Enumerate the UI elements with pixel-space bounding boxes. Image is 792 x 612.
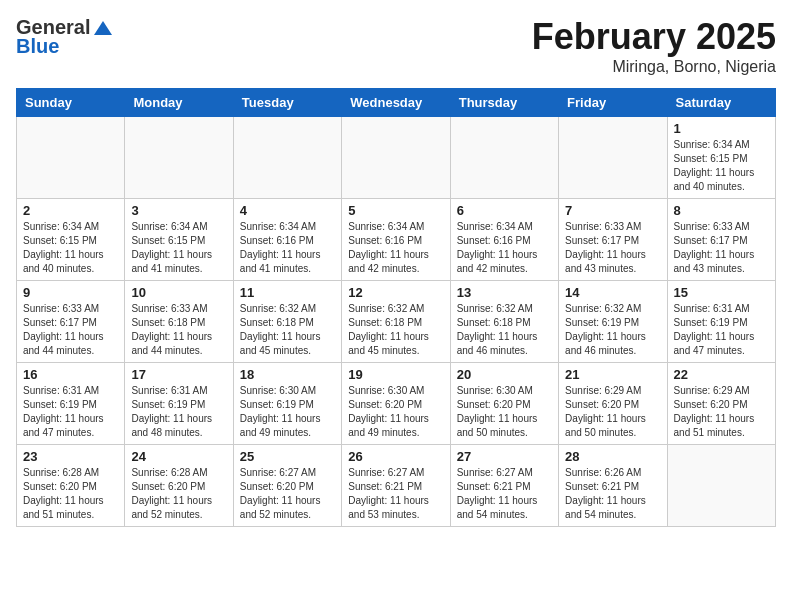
calendar-cell: 17Sunrise: 6:31 AM Sunset: 6:19 PM Dayli… (125, 363, 233, 445)
day-info: Sunrise: 6:31 AM Sunset: 6:19 PM Dayligh… (674, 302, 769, 358)
day-info: Sunrise: 6:30 AM Sunset: 6:20 PM Dayligh… (348, 384, 443, 440)
day-info: Sunrise: 6:27 AM Sunset: 6:21 PM Dayligh… (457, 466, 552, 522)
calendar-cell: 27Sunrise: 6:27 AM Sunset: 6:21 PM Dayli… (450, 445, 558, 527)
day-info: Sunrise: 6:31 AM Sunset: 6:19 PM Dayligh… (131, 384, 226, 440)
day-info: Sunrise: 6:29 AM Sunset: 6:20 PM Dayligh… (565, 384, 660, 440)
calendar-week-4: 16Sunrise: 6:31 AM Sunset: 6:19 PM Dayli… (17, 363, 776, 445)
day-info: Sunrise: 6:33 AM Sunset: 6:17 PM Dayligh… (23, 302, 118, 358)
calendar-cell: 6Sunrise: 6:34 AM Sunset: 6:16 PM Daylig… (450, 199, 558, 281)
day-info: Sunrise: 6:27 AM Sunset: 6:21 PM Dayligh… (348, 466, 443, 522)
page-header: General Blue February 2025 Miringa, Born… (16, 16, 776, 76)
day-number: 20 (457, 367, 552, 382)
calendar-cell: 20Sunrise: 6:30 AM Sunset: 6:20 PM Dayli… (450, 363, 558, 445)
day-number: 6 (457, 203, 552, 218)
day-number: 25 (240, 449, 335, 464)
day-number: 4 (240, 203, 335, 218)
day-number: 23 (23, 449, 118, 464)
calendar-cell: 14Sunrise: 6:32 AM Sunset: 6:19 PM Dayli… (559, 281, 667, 363)
calendar-cell: 10Sunrise: 6:33 AM Sunset: 6:18 PM Dayli… (125, 281, 233, 363)
calendar-cell: 5Sunrise: 6:34 AM Sunset: 6:16 PM Daylig… (342, 199, 450, 281)
weekday-header-sunday: Sunday (17, 89, 125, 117)
calendar-week-5: 23Sunrise: 6:28 AM Sunset: 6:20 PM Dayli… (17, 445, 776, 527)
month-title: February 2025 (532, 16, 776, 58)
calendar-cell: 8Sunrise: 6:33 AM Sunset: 6:17 PM Daylig… (667, 199, 775, 281)
day-number: 12 (348, 285, 443, 300)
calendar-week-3: 9Sunrise: 6:33 AM Sunset: 6:17 PM Daylig… (17, 281, 776, 363)
day-info: Sunrise: 6:34 AM Sunset: 6:15 PM Dayligh… (131, 220, 226, 276)
logo: General Blue (16, 16, 114, 58)
weekday-header-wednesday: Wednesday (342, 89, 450, 117)
day-info: Sunrise: 6:32 AM Sunset: 6:18 PM Dayligh… (240, 302, 335, 358)
day-number: 24 (131, 449, 226, 464)
day-info: Sunrise: 6:28 AM Sunset: 6:20 PM Dayligh… (131, 466, 226, 522)
calendar-cell: 16Sunrise: 6:31 AM Sunset: 6:19 PM Dayli… (17, 363, 125, 445)
calendar-table: SundayMondayTuesdayWednesdayThursdayFrid… (16, 88, 776, 527)
day-info: Sunrise: 6:28 AM Sunset: 6:20 PM Dayligh… (23, 466, 118, 522)
calendar-cell (342, 117, 450, 199)
calendar-cell: 22Sunrise: 6:29 AM Sunset: 6:20 PM Dayli… (667, 363, 775, 445)
calendar-cell: 7Sunrise: 6:33 AM Sunset: 6:17 PM Daylig… (559, 199, 667, 281)
calendar-cell: 19Sunrise: 6:30 AM Sunset: 6:20 PM Dayli… (342, 363, 450, 445)
calendar-cell: 4Sunrise: 6:34 AM Sunset: 6:16 PM Daylig… (233, 199, 341, 281)
calendar-cell: 26Sunrise: 6:27 AM Sunset: 6:21 PM Dayli… (342, 445, 450, 527)
day-number: 19 (348, 367, 443, 382)
day-info: Sunrise: 6:30 AM Sunset: 6:20 PM Dayligh… (457, 384, 552, 440)
day-number: 9 (23, 285, 118, 300)
calendar-cell (559, 117, 667, 199)
day-info: Sunrise: 6:34 AM Sunset: 6:15 PM Dayligh… (23, 220, 118, 276)
day-number: 14 (565, 285, 660, 300)
day-info: Sunrise: 6:34 AM Sunset: 6:16 PM Dayligh… (240, 220, 335, 276)
weekday-header-row: SundayMondayTuesdayWednesdayThursdayFrid… (17, 89, 776, 117)
day-info: Sunrise: 6:32 AM Sunset: 6:18 PM Dayligh… (457, 302, 552, 358)
calendar-cell: 12Sunrise: 6:32 AM Sunset: 6:18 PM Dayli… (342, 281, 450, 363)
day-number: 1 (674, 121, 769, 136)
calendar-cell (233, 117, 341, 199)
day-number: 26 (348, 449, 443, 464)
day-info: Sunrise: 6:27 AM Sunset: 6:20 PM Dayligh… (240, 466, 335, 522)
day-number: 7 (565, 203, 660, 218)
calendar-cell: 1Sunrise: 6:34 AM Sunset: 6:15 PM Daylig… (667, 117, 775, 199)
day-info: Sunrise: 6:33 AM Sunset: 6:17 PM Dayligh… (565, 220, 660, 276)
day-number: 3 (131, 203, 226, 218)
day-info: Sunrise: 6:29 AM Sunset: 6:20 PM Dayligh… (674, 384, 769, 440)
day-number: 2 (23, 203, 118, 218)
weekday-header-monday: Monday (125, 89, 233, 117)
calendar-cell (667, 445, 775, 527)
calendar-cell (125, 117, 233, 199)
calendar-cell: 28Sunrise: 6:26 AM Sunset: 6:21 PM Dayli… (559, 445, 667, 527)
day-number: 10 (131, 285, 226, 300)
title-block: February 2025 Miringa, Borno, Nigeria (532, 16, 776, 76)
calendar-cell: 13Sunrise: 6:32 AM Sunset: 6:18 PM Dayli… (450, 281, 558, 363)
calendar-cell: 24Sunrise: 6:28 AM Sunset: 6:20 PM Dayli… (125, 445, 233, 527)
logo-text-blue: Blue (16, 35, 59, 58)
calendar-cell: 9Sunrise: 6:33 AM Sunset: 6:17 PM Daylig… (17, 281, 125, 363)
calendar-cell (17, 117, 125, 199)
day-info: Sunrise: 6:31 AM Sunset: 6:19 PM Dayligh… (23, 384, 118, 440)
calendar-cell: 18Sunrise: 6:30 AM Sunset: 6:19 PM Dayli… (233, 363, 341, 445)
weekday-header-saturday: Saturday (667, 89, 775, 117)
weekday-header-thursday: Thursday (450, 89, 558, 117)
day-number: 28 (565, 449, 660, 464)
day-number: 13 (457, 285, 552, 300)
day-info: Sunrise: 6:26 AM Sunset: 6:21 PM Dayligh… (565, 466, 660, 522)
calendar-cell: 21Sunrise: 6:29 AM Sunset: 6:20 PM Dayli… (559, 363, 667, 445)
calendar-cell: 15Sunrise: 6:31 AM Sunset: 6:19 PM Dayli… (667, 281, 775, 363)
day-info: Sunrise: 6:34 AM Sunset: 6:16 PM Dayligh… (457, 220, 552, 276)
day-info: Sunrise: 6:32 AM Sunset: 6:19 PM Dayligh… (565, 302, 660, 358)
day-number: 16 (23, 367, 118, 382)
calendar-week-2: 2Sunrise: 6:34 AM Sunset: 6:15 PM Daylig… (17, 199, 776, 281)
day-info: Sunrise: 6:30 AM Sunset: 6:19 PM Dayligh… (240, 384, 335, 440)
logo-icon (92, 19, 114, 37)
weekday-header-tuesday: Tuesday (233, 89, 341, 117)
calendar-cell: 25Sunrise: 6:27 AM Sunset: 6:20 PM Dayli… (233, 445, 341, 527)
day-number: 27 (457, 449, 552, 464)
day-number: 11 (240, 285, 335, 300)
calendar-cell: 11Sunrise: 6:32 AM Sunset: 6:18 PM Dayli… (233, 281, 341, 363)
location: Miringa, Borno, Nigeria (532, 58, 776, 76)
calendar-week-1: 1Sunrise: 6:34 AM Sunset: 6:15 PM Daylig… (17, 117, 776, 199)
calendar-cell: 2Sunrise: 6:34 AM Sunset: 6:15 PM Daylig… (17, 199, 125, 281)
day-number: 17 (131, 367, 226, 382)
calendar-cell (450, 117, 558, 199)
svg-marker-0 (94, 21, 112, 35)
day-number: 18 (240, 367, 335, 382)
